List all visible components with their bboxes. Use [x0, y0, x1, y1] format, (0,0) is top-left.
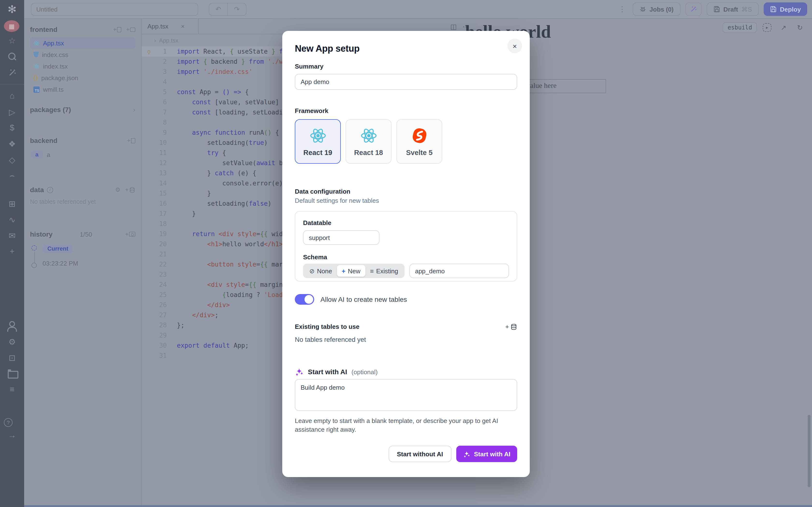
new-icon: +: [342, 267, 345, 275]
datatable-input[interactable]: [303, 230, 379, 245]
data-config-subtitle: Default settings for new tables: [295, 197, 517, 204]
optional-hint: (optional): [351, 368, 377, 376]
start-with-ai-button[interactable]: Start with AI: [456, 446, 517, 462]
svelte-icon: [411, 127, 428, 144]
start-without-ai-button[interactable]: Start without AI: [389, 446, 451, 462]
modal-title: New App setup: [295, 44, 517, 54]
app-window: ✻ ▦☆ ⌂▷$❖◇⌢ ⊞∿✉+ ⚙⊡≡ ?→ ↶ ↷ ⋮ Jobs (0): [0, 0, 812, 507]
ai-prompt-textarea[interactable]: Build App demo: [295, 379, 517, 411]
schema-segmented-control: ⊘None+New≡Existing: [303, 264, 404, 278]
existing-tables-empty: No tables referenced yet: [295, 336, 517, 343]
schema-name-input[interactable]: [409, 264, 509, 278]
schema-label: Schema: [303, 253, 509, 261]
framework-label: Framework: [295, 107, 517, 114]
framework-card-react-18[interactable]: React 18: [346, 119, 392, 164]
framework-card-react-19[interactable]: React 19: [295, 119, 341, 164]
data-config-title: Data configuration: [295, 188, 517, 195]
schema-option-new[interactable]: +New: [337, 265, 365, 277]
summary-input[interactable]: [295, 74, 517, 90]
close-modal-button[interactable]: ×: [507, 39, 522, 53]
datatable-label: Datatable: [303, 219, 509, 226]
add-existing-table-button[interactable]: +: [505, 323, 517, 330]
react-icon: [309, 127, 326, 144]
ai-sparkle-icon: [463, 450, 470, 457]
data-config-card: Datatable Schema ⊘None+New≡Existing: [295, 211, 517, 282]
none-icon: ⊘: [309, 267, 315, 275]
framework-card-svelte-5[interactable]: Svelte 5: [396, 119, 442, 164]
schema-option-existing[interactable]: ≡Existing: [365, 265, 403, 277]
summary-label: Summary: [295, 63, 517, 70]
ai-help-text: Leave empty to start with a blank templa…: [295, 417, 507, 434]
existing-icon: ≡: [370, 267, 373, 275]
allow-ai-label: Allow AI to create new tables: [320, 295, 407, 303]
react-icon: [360, 127, 377, 144]
allow-ai-toggle[interactable]: [295, 294, 314, 305]
existing-tables-title: Existing tables to use: [295, 323, 359, 330]
schema-option-none[interactable]: ⊘None: [305, 265, 337, 277]
database-icon: [510, 323, 517, 330]
new-app-setup-modal: × New App setup Summary Framework React …: [282, 31, 530, 477]
ai-sparkle-icon: [295, 368, 304, 376]
start-with-ai-title: Start with AI: [308, 368, 347, 376]
